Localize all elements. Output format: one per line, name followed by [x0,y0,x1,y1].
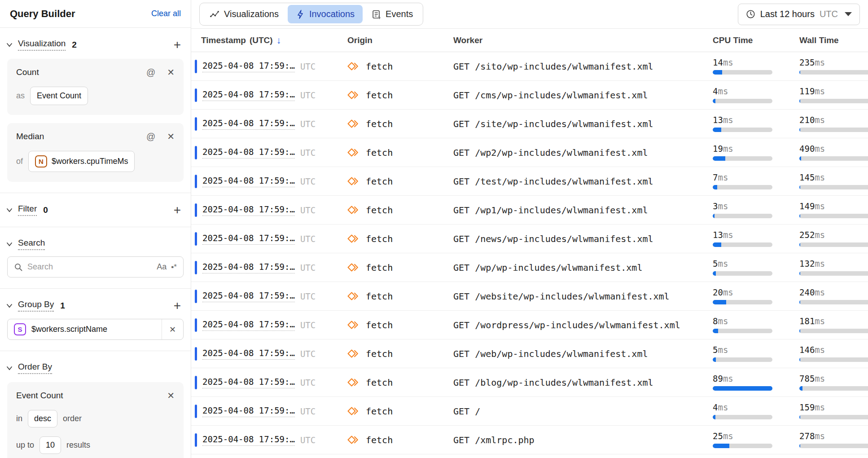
tab-visualizations[interactable]: Visualizations [202,5,287,23]
cpu-time-bar [713,156,772,161]
wall-time-bar-fill [799,300,800,304]
cpu-time-cell: 19ms [713,145,799,161]
fetch-event-icon [347,62,359,71]
origin-value: fetch [366,90,393,101]
timestamp-timezone: UTC [300,406,316,416]
timestamp-value[interactable]: 2025-04-08 17:59:… [202,61,295,72]
column-header-cpu-time[interactable]: CPU Time [713,35,799,45]
table-row[interactable]: 2025-04-08 17:59:… UTC fetch GET /wordpr… [191,311,868,339]
timestamp-value[interactable]: 2025-04-08 17:59:… [202,319,295,331]
fetch-event-icon [347,205,359,215]
table-row[interactable]: 2025-04-08 17:59:… UTC fetch GET /wp2/wp… [191,138,868,167]
add-visualization-button[interactable]: + [174,40,181,49]
tab-events[interactable]: Events [364,5,421,23]
timestamp-value[interactable]: 2025-04-08 17:59:… [202,233,295,245]
timestamp-value[interactable]: 2025-04-08 17:59:… [202,89,295,101]
worker-request: GET /site/wp-includes/wlwmanifest.xml [453,119,653,129]
timestamp-timezone: UTC [300,148,316,158]
worker-cell: GET /site/wp-includes/wlwmanifest.xml [453,119,713,129]
table-row[interactable]: 2025-04-08 17:59:… UTC fetch GET /cms/wp… [191,81,868,110]
wall-time-bar [799,99,868,103]
timestamp-value[interactable]: 2025-04-08 17:59:… [202,118,295,130]
column-header-wall-time[interactable]: Wall Time [799,35,868,45]
cpu-time-bar [713,357,772,362]
table-row[interactable]: 2025-04-08 17:59:… UTC fetch GET /blog/w… [191,368,868,397]
chevron-down-icon[interactable] [6,304,13,308]
worker-request: GET /cms/wp-includes/wlwmanifest.xml [453,90,648,101]
table-row[interactable]: 2025-04-08 17:59:… UTC fetch GET /web/wp… [191,339,868,368]
wall-time-bar-fill [799,70,800,75]
match-case-icon[interactable]: Aa [157,262,167,272]
limit-input[interactable]: 10 [39,436,61,454]
cpu-time-unit: ms [723,287,733,297]
order-by-section-label[interactable]: Order By [18,362,52,374]
worker-request: GET /xmlrpc.php [453,435,535,445]
time-range-selector[interactable]: Last 12 hours UTC [738,4,860,25]
timestamp-value[interactable]: 2025-04-08 17:59:… [202,291,295,302]
column-header-worker[interactable]: Worker [453,35,713,45]
timestamp-value[interactable]: 2025-04-08 17:59:… [202,377,295,388]
timestamp-value[interactable]: 2025-04-08 17:59:… [202,176,295,187]
wall-time-cell: 235ms [799,58,868,75]
timestamp-value[interactable]: 2025-04-08 17:59:… [202,434,295,446]
wall-time-bar [799,242,868,247]
table-row[interactable]: 2025-04-08 17:59:… UTC fetch GET /news/w… [191,225,868,253]
timestamp-value[interactable]: 2025-04-08 17:59:… [202,204,295,216]
wall-time-unit: ms [815,259,825,269]
chevron-down-icon[interactable] [6,366,13,370]
remove-visualization-icon[interactable]: ✕ [167,67,175,78]
clear-all-button[interactable]: Clear all [151,9,181,18]
table-row[interactable]: 2025-04-08 17:59:… UTC fetch GET / 4ms 1… [191,397,868,426]
column-header-timestamp[interactable]: Timestamp (UTC) ↓ [195,35,347,46]
tab-invocations[interactable]: Invocations [288,5,363,23]
search-input[interactable] [27,262,152,272]
wall-time-value: 210 [799,115,815,125]
wall-time-unit: ms [815,316,825,326]
remove-group-by-icon[interactable]: ✕ [162,319,183,339]
remove-order-by-icon[interactable]: ✕ [167,390,175,401]
filter-section-label[interactable]: Filter [18,204,37,216]
workers-observability-app: Query Builder Clear all Visualization 2 … [0,0,868,458]
at-icon[interactable]: @ [146,132,155,142]
column-header-origin[interactable]: Origin [347,35,453,45]
group-by-field-button[interactable]: S $workers.scriptName [8,323,162,335]
order-direction-select[interactable]: desc [28,410,57,427]
cpu-time-value: 3 [713,201,718,211]
table-row[interactable]: 2025-04-08 17:59:… UTC fetch GET /sito/w… [191,52,868,81]
row-indicator-bar [195,175,197,188]
wall-time-bar [799,386,868,391]
chevron-down-icon[interactable] [6,208,13,212]
table-row[interactable]: 2025-04-08 17:59:… UTC fetch GET /websit… [191,282,868,311]
row-indicator-bar [195,117,197,131]
table-row[interactable]: 2025-04-08 17:59:… UTC fetch GET /wp1/wp… [191,196,868,225]
chevron-down-icon[interactable] [6,242,13,247]
regex-icon[interactable]: ▪* [171,263,177,272]
wall-time-bar-fill [799,444,800,448]
table-row[interactable]: 2025-04-08 17:59:… UTC fetch GET /test/w… [191,167,868,196]
timestamp-value[interactable]: 2025-04-08 17:59:… [202,405,295,417]
group-by-section-label[interactable]: Group By [18,299,54,312]
timestamp-cell: 2025-04-08 17:59:… UTC [195,88,347,102]
timestamp-value[interactable]: 2025-04-08 17:59:… [202,348,295,360]
table-row[interactable]: 2025-04-08 17:59:… UTC fetch GET /xmlrpc… [191,426,868,454]
timestamp-value[interactable]: 2025-04-08 17:59:… [202,262,295,273]
event-count-alias-button[interactable]: Event Count [30,87,88,105]
table-row[interactable]: 2025-04-08 17:59:… UTC fetch GET /wp/wp-… [191,253,868,282]
timestamp-value[interactable]: 2025-04-08 17:59:… [202,147,295,159]
fetch-event-icon [347,378,359,387]
fetch-event-icon [347,119,359,128]
remove-visualization-icon[interactable]: ✕ [167,131,175,142]
at-icon[interactable]: @ [146,67,155,78]
add-filter-button[interactable]: + [174,206,181,215]
visualization-count: 2 [72,40,77,50]
table-row[interactable]: 2025-04-08 17:59:… UTC fetch GET /site/w… [191,110,868,138]
fetch-event-icon [347,263,359,272]
visualization-section-label[interactable]: Visualization [18,39,66,51]
cpu-time-bar [713,271,772,276]
cpu-time-bar-fill [713,99,715,103]
chevron-down-icon[interactable] [6,43,13,47]
add-group-by-button[interactable]: + [174,301,181,310]
median-field-button[interactable]: N $workers.cpuTimeMs [28,151,135,172]
timestamp-cell: 2025-04-08 17:59:… UTC [195,175,347,188]
search-section-label[interactable]: Search [18,238,45,250]
